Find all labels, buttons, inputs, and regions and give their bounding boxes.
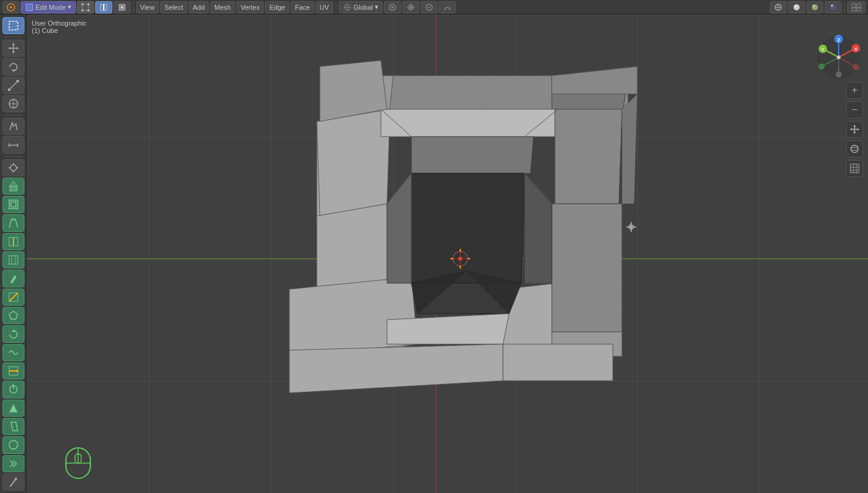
edit-mode-label: Edit Mode: [35, 4, 66, 11]
side-sep2: [4, 115, 23, 115]
svg-rect-30: [852, 4, 856, 7]
edit-mode-btn[interactable]: Edit Mode ▾: [21, 1, 76, 13]
rotate-tool[interactable]: [2, 58, 24, 75]
svg-marker-149: [850, 128, 852, 131]
wireframe-btn[interactable]: [770, 1, 787, 13]
spin-tool[interactable]: [2, 325, 24, 342]
offset-edge-tool[interactable]: [2, 251, 24, 268]
grease-pencil-tool[interactable]: [2, 473, 24, 491]
proportional-falloff[interactable]: [439, 1, 456, 13]
knife-tool[interactable]: [2, 270, 24, 287]
svg-marker-150: [857, 128, 859, 131]
sep-r1: [844, 2, 845, 12]
bevel-tool[interactable]: [2, 214, 24, 231]
svg-point-12: [121, 6, 123, 9]
svg-rect-34: [9, 21, 18, 30]
edge-menu[interactable]: Edge: [265, 1, 289, 13]
transform-tool[interactable]: [2, 95, 24, 112]
pan-btn[interactable]: [846, 121, 863, 138]
svg-rect-31: [857, 4, 861, 7]
shrink-fatten-tool[interactable]: [2, 381, 24, 398]
svg-point-18: [410, 6, 412, 9]
svg-point-17: [391, 6, 394, 9]
svg-marker-68: [9, 311, 18, 319]
header-right: [770, 1, 866, 13]
snap-btn[interactable]: [384, 1, 401, 13]
inset-tool[interactable]: [2, 196, 24, 213]
zoom-in-btn[interactable]: +: [846, 82, 863, 99]
edit-mode-icon: [25, 3, 34, 12]
svg-point-7: [81, 9, 84, 12]
blender-icon: [7, 3, 15, 12]
annotate-tool[interactable]: [2, 118, 24, 135]
svg-point-27: [812, 5, 815, 7]
left-sidebar: [0, 15, 27, 493]
svg-point-78: [9, 441, 18, 449]
grid-overlay-btn[interactable]: [846, 160, 863, 177]
solid-btn[interactable]: [788, 1, 805, 13]
svg-point-5: [81, 3, 84, 5]
face-select-btn[interactable]: [114, 1, 131, 13]
render-btn[interactable]: [825, 1, 842, 13]
svg-point-79: [15, 478, 17, 480]
vertex-menu[interactable]: Vertex: [236, 1, 264, 13]
rip-region-tool[interactable]: [2, 455, 24, 472]
orbit-btn[interactable]: [846, 140, 863, 157]
poly-build-tool[interactable]: [2, 307, 24, 324]
loop-cut-tool[interactable]: [2, 233, 24, 250]
svg-marker-76: [9, 404, 18, 412]
blender-icon-btn[interactable]: [2, 1, 20, 13]
top-toolbar: Edit Mode ▾ View Select Add Mesh: [0, 0, 868, 15]
svg-point-1: [10, 6, 12, 9]
zoom-out-btn[interactable]: −: [846, 101, 863, 118]
transform-orientation-btn[interactable]: Global ▾: [339, 1, 383, 13]
svg-rect-81: [27, 15, 868, 493]
viewport-right-tools: + −: [846, 82, 863, 177]
svg-point-152: [851, 148, 858, 151]
svg-marker-38: [12, 51, 15, 54]
to-sphere-tool[interactable]: [2, 436, 24, 453]
move-tool[interactable]: [2, 40, 24, 57]
cursor-tool[interactable]: [2, 159, 24, 176]
svg-marker-148: [853, 132, 856, 134]
svg-rect-57: [10, 186, 17, 191]
svg-point-8: [87, 9, 90, 12]
svg-point-28: [830, 4, 836, 10]
snap-toggle[interactable]: [402, 1, 419, 13]
select-box-tool[interactable]: [2, 17, 24, 34]
view-menu[interactable]: View: [136, 1, 159, 13]
svg-rect-60: [11, 202, 16, 207]
edge-select-btn[interactable]: [95, 1, 112, 13]
vertex-select-btn[interactable]: [77, 1, 94, 13]
extrude-tool[interactable]: [2, 178, 24, 195]
svg-point-20: [428, 6, 430, 8]
add-menu[interactable]: Add: [189, 1, 209, 13]
push-pull-tool[interactable]: [2, 400, 24, 417]
proportional-btn[interactable]: [421, 1, 438, 13]
face-menu[interactable]: Face: [291, 1, 314, 13]
viewport-grid: [27, 15, 868, 493]
svg-rect-63: [9, 256, 18, 264]
sep1: [133, 2, 134, 12]
svg-point-25: [794, 5, 797, 7]
bisect-tool[interactable]: [2, 289, 24, 306]
svg-rect-33: [857, 8, 861, 11]
svg-rect-59: [9, 200, 18, 209]
shear-tool[interactable]: [2, 418, 24, 435]
svg-rect-3: [27, 5, 31, 9]
viewport[interactable]: User Orthographic (1) Cube Z X: [27, 15, 868, 493]
smooth-tool[interactable]: [2, 344, 24, 361]
measure-tool[interactable]: [2, 136, 24, 153]
material-btn[interactable]: [806, 1, 823, 13]
svg-marker-40: [16, 47, 19, 49]
svg-marker-77: [11, 422, 18, 431]
svg-rect-44: [16, 80, 19, 82]
uv-menu[interactable]: UV: [316, 1, 333, 13]
svg-line-67: [9, 293, 18, 301]
scale-tool[interactable]: [2, 77, 24, 94]
svg-rect-32: [852, 8, 856, 11]
select-menu[interactable]: Select: [160, 1, 187, 13]
mesh-menu[interactable]: Mesh: [210, 1, 235, 13]
edge-slide-tool[interactable]: [2, 362, 24, 380]
editor-type-btn[interactable]: [847, 1, 866, 13]
